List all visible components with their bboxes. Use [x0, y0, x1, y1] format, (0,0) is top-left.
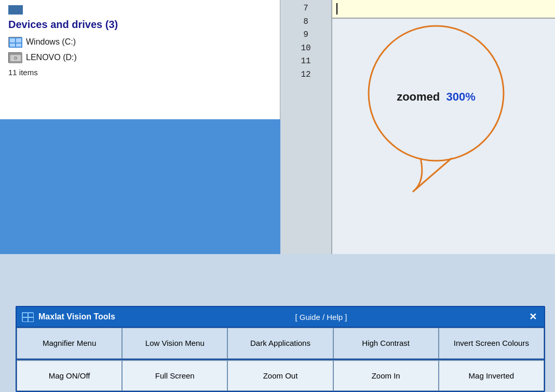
input-bar[interactable]: [332, 0, 555, 19]
line-12: 12: [301, 68, 310, 82]
zoom-label: zoomed 300%: [397, 90, 476, 104]
speech-bubble-container: zoomed 300%: [353, 21, 530, 218]
speech-bubble: zoomed 300%: [353, 21, 519, 176]
action-mag-on-off[interactable]: Mag ON/Off: [17, 360, 122, 391]
line-9: 9: [303, 29, 308, 42]
lenovo-drive[interactable]: LENOVO (D:): [8, 52, 272, 63]
app-icon: [22, 312, 33, 321]
lenovo-drive-icon: [8, 52, 22, 63]
action-zoom-in[interactable]: Zoom In: [333, 360, 439, 391]
toolbar-title: Maxlat Vision Tools: [38, 312, 115, 321]
svg-rect-14: [29, 318, 33, 321]
line-11: 11: [301, 55, 310, 68]
toolbar-close-button[interactable]: ✕: [527, 311, 539, 323]
nav-icon: [8, 5, 23, 15]
menu-invert-screen[interactable]: Invert Screen Colours: [439, 328, 544, 359]
bubble-svg: [353, 21, 519, 197]
svg-rect-11: [23, 313, 28, 317]
items-count: 11 items: [8, 68, 272, 77]
top-stub: [8, 5, 272, 15]
action-full-screen[interactable]: Full Screen: [122, 360, 227, 391]
zoom-percent: 300%: [446, 90, 476, 103]
windows-drive-icon: [8, 37, 22, 47]
svg-rect-3: [10, 44, 15, 47]
svg-point-8: [15, 58, 17, 59]
menu-low-vision[interactable]: Low Vision Menu: [122, 328, 227, 359]
lenovo-drive-label: LENOVO (D:): [26, 53, 77, 62]
line-10: 10: [301, 42, 310, 55]
text-cursor: [336, 3, 337, 15]
blue-background: [0, 119, 280, 254]
toolbar-action-row: Mag ON/Off Full Screen Zoom Out Zoom In …: [17, 359, 544, 391]
maxlat-toolbar: Maxlat Vision Tools [ Guide / Help ] ✕ M…: [16, 306, 545, 392]
toolbar-header-row: Magnifier Menu Low Vision Menu Dark Appl…: [17, 327, 544, 359]
toolbar-header-left: Maxlat Vision Tools: [22, 312, 115, 321]
devices-drives-heading: Devices and drives (3): [8, 19, 272, 31]
menu-high-contrast[interactable]: High Contrast: [333, 328, 439, 359]
top-area: Devices and drives (3) Windows (C:): [0, 0, 555, 254]
svg-rect-12: [29, 313, 33, 317]
toolbar-help-link[interactable]: [ Guide / Help ]: [295, 313, 347, 321]
action-zoom-out[interactable]: Zoom Out: [227, 360, 333, 391]
svg-rect-13: [23, 318, 28, 321]
svg-rect-1: [10, 38, 15, 43]
zoomed-text: zoomed: [397, 90, 440, 103]
line-numbers-panel: 7 8 9 10 11 12: [280, 0, 332, 254]
line-8: 8: [303, 16, 308, 29]
line-7: 7: [303, 2, 308, 16]
menu-dark-applications[interactable]: Dark Applications: [227, 328, 333, 359]
zoomed-panel: zoomed 300%: [332, 0, 555, 254]
windows-drive-label: Windows (C:): [26, 37, 76, 47]
toolbar-header: Maxlat Vision Tools [ Guide / Help ] ✕: [17, 307, 544, 327]
action-mag-inverted[interactable]: Mag Inverted: [439, 360, 544, 391]
menu-magnifier[interactable]: Magnifier Menu: [17, 328, 122, 359]
svg-rect-2: [16, 38, 21, 43]
windows-drive[interactable]: Windows (C:): [8, 37, 272, 47]
svg-rect-4: [16, 44, 21, 47]
